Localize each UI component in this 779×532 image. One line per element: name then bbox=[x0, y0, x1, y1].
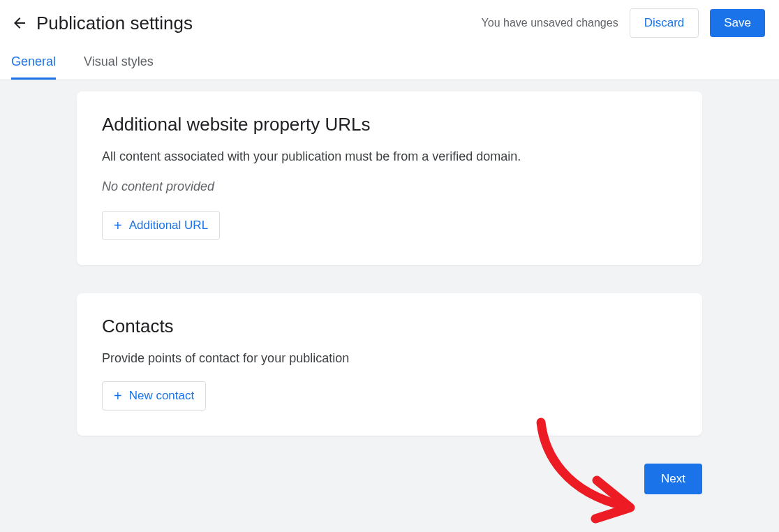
card-contacts: Contacts Provide points of contact for y… bbox=[77, 293, 702, 436]
plus-icon: + bbox=[114, 389, 122, 403]
card-contacts-description: Provide points of contact for your publi… bbox=[102, 351, 677, 366]
header-left: Publication settings bbox=[11, 13, 193, 34]
tab-general[interactable]: General bbox=[11, 46, 56, 80]
card-additional-urls: Additional website property URLs All con… bbox=[77, 91, 702, 265]
content-area: Additional website property URLs All con… bbox=[0, 80, 779, 532]
back-arrow-icon[interactable] bbox=[11, 15, 28, 31]
card-urls-empty: No content provided bbox=[102, 179, 677, 194]
tabs: General Visual styles bbox=[0, 46, 779, 80]
add-new-contact-button[interactable]: + New contact bbox=[102, 381, 206, 411]
footer-row: Next bbox=[77, 464, 702, 494]
next-button[interactable]: Next bbox=[644, 464, 702, 494]
page-title: Publication settings bbox=[36, 13, 193, 34]
add-url-label: Additional URL bbox=[129, 219, 208, 232]
card-urls-title: Additional website property URLs bbox=[102, 114, 677, 135]
plus-icon: + bbox=[114, 219, 122, 232]
unsaved-changes-text: You have unsaved changes bbox=[482, 17, 618, 29]
add-additional-url-button[interactable]: + Additional URL bbox=[102, 211, 220, 240]
save-button[interactable]: Save bbox=[710, 9, 765, 37]
card-urls-description: All content associated with your publica… bbox=[102, 149, 677, 164]
tab-visual-styles[interactable]: Visual styles bbox=[84, 46, 154, 80]
header-right: You have unsaved changes Discard Save bbox=[482, 8, 765, 38]
discard-button[interactable]: Discard bbox=[630, 8, 699, 38]
header: Publication settings You have unsaved ch… bbox=[0, 0, 779, 46]
add-contact-label: New contact bbox=[129, 389, 195, 403]
card-contacts-title: Contacts bbox=[102, 316, 677, 337]
